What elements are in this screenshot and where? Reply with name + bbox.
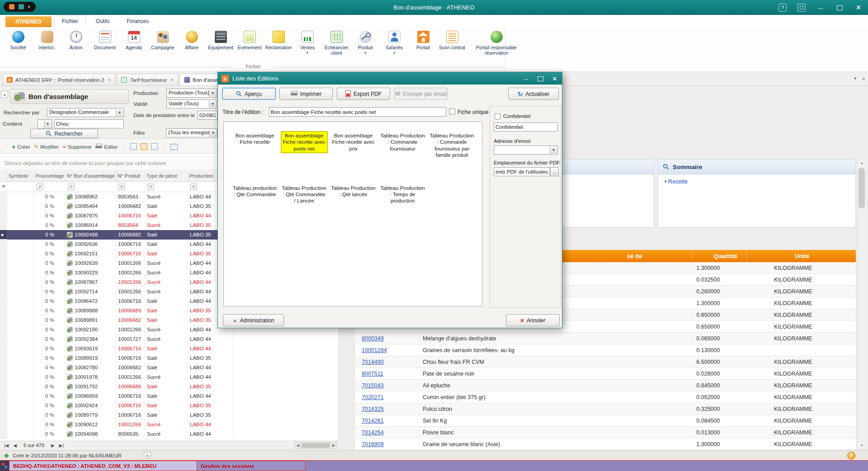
contient-operator-select[interactable]: [38, 119, 52, 128]
table-row[interactable]: 0 % 10092424 10006716 Salé LABO 35: [0, 401, 339, 410]
product-code-link[interactable]: 7014254: [355, 429, 423, 436]
ribbon-item[interactable]: Equipement: [206, 29, 235, 50]
tab-close-icon[interactable]: [170, 77, 174, 83]
scroll-left-icon[interactable]: ◀: [295, 443, 301, 447]
table-row[interactable]: 0 % 10092384 10001727 Sucré LABO 44: [0, 334, 339, 344]
ribbon-item[interactable]: Campagne: [148, 29, 177, 50]
ribbon-item[interactable]: Salariés: [380, 29, 409, 55]
ribbon-item[interactable]: Interloc.: [33, 29, 61, 50]
product-code-link[interactable]: 7015043: [355, 382, 423, 389]
edition-item[interactable]: Tableau Production : Qté Commandée / Lan…: [281, 184, 328, 206]
titre-edition-input[interactable]: [269, 107, 446, 117]
table-row[interactable]: 0 % 10094098 8006535 Sucré LABO 44: [0, 429, 339, 439]
maximize-icon[interactable]: [835, 4, 844, 12]
col-type-piece[interactable]: Type de pièce: [145, 171, 188, 181]
vertical-scrollbar[interactable]: ▲ ▼: [857, 159, 866, 449]
export-pdf-button[interactable]: Export PDF: [337, 88, 390, 100]
table-row[interactable]: 0 % 10082780 10006682 Salé LABO 44: [0, 363, 339, 372]
ribbon-item[interactable]: Société: [4, 29, 33, 50]
product-code-link[interactable]: 7014261: [355, 418, 423, 424]
view-detail-icon[interactable]: [151, 143, 158, 150]
administration-button[interactable]: Administration: [223, 314, 284, 326]
fullscreen-icon[interactable]: [797, 4, 806, 12]
view-grid-icon[interactable]: [141, 143, 147, 150]
tab-outils[interactable]: Outils: [89, 16, 117, 27]
first-page-icon[interactable]: [2, 443, 11, 448]
emplacement-pdf-input[interactable]: [494, 167, 550, 176]
ribbon-item[interactable]: Echéancier client: [322, 29, 351, 56]
tab-atheneo[interactable]: ATHENEO: [5, 16, 52, 27]
table-row[interactable]: 0 % 10091978 10001266 Sucré LABO 44: [0, 372, 339, 382]
minimize-icon[interactable]: [816, 4, 825, 12]
session-manager-link[interactable]: Gestion des sessions: [197, 461, 306, 471]
rechercher-par-select[interactable]: Designation Commerciale: [47, 108, 124, 117]
browse-button[interactable]: [550, 167, 559, 176]
next-page-icon[interactable]: [49, 443, 57, 448]
annuler-button[interactable]: Annuler: [506, 314, 560, 326]
table-row[interactable]: 0 % 10089779 10006716 Salé LABO 35: [0, 410, 339, 420]
product-code-link[interactable]: 7014490: [355, 359, 423, 365]
fiche-unique-checkbox[interactable]: [449, 108, 455, 114]
ribbon-item[interactable]: Suivi contrat: [438, 29, 467, 50]
filter-op-type[interactable]: =: [147, 184, 154, 190]
collapse-panel-icon[interactable]: [1, 91, 8, 98]
ribbon-item[interactable]: Portail responsable réservation: [467, 29, 526, 56]
filtre-select[interactable]: (Tous les enregistremen: [166, 128, 217, 137]
edition-item[interactable]: Tableau Production : Temps de production: [379, 184, 426, 206]
valide-select[interactable]: Validé (Tous): [166, 99, 217, 108]
tab-finances[interactable]: Finances: [119, 16, 156, 27]
table-row[interactable]: 0 % 10090612 10001266 Sucré LABO 44: [0, 420, 339, 429]
view-table-icon[interactable]: [170, 144, 178, 150]
dialog-close-icon[interactable]: [551, 75, 558, 82]
ribbon-item[interactable]: Document: [90, 29, 119, 50]
product-code-link[interactable]: 8007511: [355, 371, 423, 377]
ribbon-item[interactable]: Action: [61, 29, 90, 50]
product-code-link[interactable]: 8000349: [355, 335, 423, 342]
scrollbar-thumb[interactable]: [302, 443, 330, 448]
supprimer-button[interactable]: Supprimer: [62, 143, 92, 151]
product-code-link[interactable]: 7014325: [355, 406, 423, 412]
statusbar-collapse-icon[interactable]: [144, 452, 151, 459]
col-num-bon[interactable]: N° Bon d'assemblage: [66, 171, 116, 181]
filter-funnel-icon[interactable]: [1, 185, 6, 188]
product-code-link[interactable]: 7016909: [355, 441, 423, 447]
table-row[interactable]: 0 % 10086659 10006716 Salé LABO 44: [0, 391, 339, 401]
col-symbole[interactable]: Symbole: [7, 171, 34, 181]
production-select[interactable]: Production (Tous): [166, 89, 217, 98]
edition-item[interactable]: Tableau Production : Commande fournisseu…: [379, 131, 426, 153]
table-row[interactable]: 0 % 10093619 10006716 Salé LABO 44: [0, 344, 339, 353]
col-compose-de[interactable]: sé de: [627, 253, 642, 259]
table-row[interactable]: 0 % 10089919 10006716 Salé LABO 35: [0, 353, 339, 363]
edition-item[interactable]: Tableau production : Qté Commandée: [231, 184, 278, 199]
filter-op-production[interactable]: =: [190, 184, 197, 190]
col-unite[interactable]: Unité: [746, 253, 858, 259]
close-icon[interactable]: [854, 4, 863, 12]
ribbon-item[interactable]: Evènement: [235, 29, 264, 50]
confidentiel-input[interactable]: [494, 122, 558, 132]
confidentiel-checkbox[interactable]: [495, 113, 500, 119]
filter-op-pct[interactable]: =: [37, 184, 43, 190]
last-page-icon[interactable]: [57, 443, 66, 448]
product-code-link[interactable]: 10001284: [355, 347, 423, 353]
filter-op-bon[interactable]: =: [68, 184, 75, 190]
actualiser-button[interactable]: Actualiser: [508, 88, 559, 100]
tab-list-chevron-icon[interactable]: [854, 75, 857, 82]
ribbon-item[interactable]: Affaire: [177, 29, 206, 50]
adresse-envoi-select[interactable]: [494, 146, 558, 155]
contient-input[interactable]: [54, 119, 124, 128]
sommaire-link[interactable]: Recette: [665, 179, 855, 185]
ribbon-item[interactable]: Produit: [351, 29, 380, 55]
document-tab[interactable]: ATHENEO ERP :: Portail réservation 2: [2, 74, 115, 85]
edition-item[interactable]: Bon assemblage Fiche recette avec prix: [330, 131, 377, 153]
creer-button[interactable]: Créer: [12, 143, 30, 151]
dialog-titlebar[interactable]: Liste des Editions: [218, 72, 562, 85]
scroll-down-icon[interactable]: ▼: [858, 442, 866, 449]
scroll-up-icon[interactable]: ▲: [858, 159, 866, 167]
table-row[interactable]: 0 % 10091792 10006689 Salé LABO 35: [0, 382, 339, 391]
ribbon-item[interactable]: 14 Agenda: [119, 29, 148, 50]
tab-bar-close-icon[interactable]: [862, 75, 865, 82]
rechercher-button[interactable]: Rechercher: [30, 129, 98, 138]
help-icon[interactable]: [778, 4, 787, 12]
modifier-button[interactable]: Modifier: [34, 144, 59, 150]
editer-button[interactable]: Editer: [95, 144, 118, 150]
